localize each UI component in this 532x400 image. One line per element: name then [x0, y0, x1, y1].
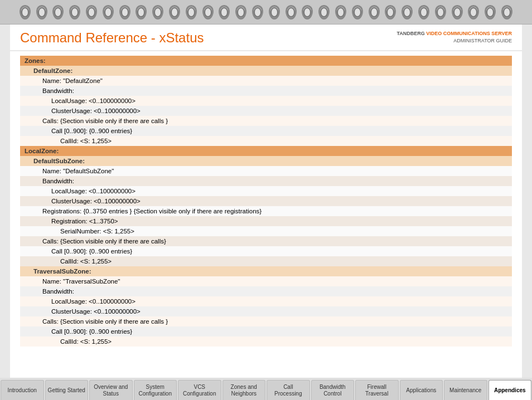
bottom-tab-firewall-traversal[interactable]: Firewall Traversal	[355, 380, 399, 400]
ring	[418, 5, 429, 19]
bottom-tab-bandwidth-control[interactable]: Bandwidth Control	[311, 380, 355, 400]
bottom-tab-vcs-configuration[interactable]: VCS Configuration	[178, 380, 221, 400]
table-cell: ClusterUsage: <0..100000000>	[20, 306, 512, 316]
ring	[69, 5, 80, 19]
ring	[286, 5, 297, 19]
ring	[435, 5, 446, 19]
table-row: Bandwidth:	[20, 286, 512, 296]
ring	[501, 5, 512, 19]
ring	[169, 5, 180, 19]
rings-bar	[0, 0, 532, 25]
table-row: LocalUsage: <0..100000000>	[20, 96, 512, 106]
content-area: Zones:DefaultZone:Name: "DefaultZone"Ban…	[10, 51, 522, 378]
table-cell: SerialNumber: <S: 1,255>	[20, 226, 512, 236]
table-row: Call [0..900]: {0..900 entries}	[20, 246, 512, 256]
table-row: Registration: <1..3750>	[20, 216, 512, 226]
ring	[52, 5, 64, 19]
table-row: LocalUsage: <0..100000000>	[20, 296, 512, 306]
page-title: Command Reference - xStatus	[20, 30, 204, 46]
table-cell: Bandwidth:	[20, 176, 512, 186]
table-cell: ClusterUsage: <0..100000000>	[20, 196, 512, 206]
table-cell: Bandwidth:	[20, 86, 512, 96]
ring	[186, 5, 197, 19]
table-row: Name: "TraversalSubZone"	[20, 276, 512, 286]
brand-guide: ADMINISTRATOR GUIDE	[396, 37, 512, 45]
ring	[452, 5, 463, 19]
table-cell: Bandwidth:	[20, 286, 512, 296]
table-row: Bandwidth:	[20, 86, 512, 96]
bottom-tab-applications[interactable]: Applications	[400, 380, 443, 400]
ring	[136, 5, 147, 19]
table-row: TraversalSubZone:	[20, 266, 512, 276]
table-cell: Name: "DefaultZone"	[20, 76, 512, 86]
ring	[103, 5, 114, 19]
bottom-tab-maintenance[interactable]: Maintenance	[444, 380, 487, 400]
brand-line: TANDBERG VIDEO COMMUNICATIONS SERVER	[396, 30, 512, 37]
bottom-tab-call-processing[interactable]: Call Processing	[267, 380, 310, 400]
table-row: LocalUsage: <0..100000000>	[20, 186, 512, 196]
table-cell: LocalZone:	[20, 146, 512, 156]
bottom-tab-zones-and-neighbors[interactable]: Zones and Neighbors	[223, 380, 266, 400]
bottom-bar: IntroductionGetting StartedOverview and …	[0, 378, 532, 400]
table-row: Call [0..900]: {0..900 entries}	[20, 126, 512, 136]
table-cell: CallId: <S: 1,255>	[20, 336, 512, 347]
table-cell: DefaultSubZone:	[20, 156, 512, 166]
table-row: Registrations: {0..3750 entries } {Secti…	[20, 206, 512, 216]
table-cell: ClusterUsage: <0..100000000>	[20, 106, 512, 116]
table-cell: TraversalSubZone:	[20, 266, 512, 276]
table-row: LocalZone:	[20, 146, 512, 156]
table-cell: CallId: <S: 1,255>	[20, 136, 512, 146]
table-row: Call [0..900]: {0..900 entries}	[20, 326, 512, 336]
ring	[119, 5, 130, 19]
table-cell: Calls: {Section visible only if there ar…	[20, 116, 512, 126]
brand-vcs: VIDEO COMMUNICATIONS SERVER	[426, 31, 512, 36]
bottom-tab-introduction[interactable]: Introduction	[1, 380, 44, 400]
bottom-tab-system-configuration[interactable]: System Configuration	[134, 380, 177, 400]
ring	[235, 5, 246, 19]
ring	[302, 5, 313, 19]
header-logo-area: TANDBERG VIDEO COMMUNICATIONS SERVER ADM…	[396, 30, 512, 44]
ring	[369, 5, 380, 19]
table-row: DefaultSubZone:	[20, 156, 512, 166]
ring	[202, 5, 214, 19]
ring	[352, 5, 363, 19]
table-row: ClusterUsage: <0..100000000>	[20, 196, 512, 206]
ring	[252, 5, 263, 19]
page-wrapper: Command Reference - xStatus TANDBERG VID…	[10, 25, 522, 378]
table-cell: Name: "TraversalSubZone"	[20, 276, 512, 286]
ring	[335, 5, 346, 19]
table-row: Bandwidth:	[20, 176, 512, 186]
ring	[152, 5, 163, 19]
table-row: CallId: <S: 1,255>	[20, 256, 512, 266]
table-cell: LocalUsage: <0..100000000>	[20, 296, 512, 306]
table-cell: Calls: {Section visible only if there ar…	[20, 236, 512, 246]
bottom-tab-appendices[interactable]: Appendices	[489, 380, 532, 400]
ring	[402, 5, 413, 19]
table-cell: Zones:	[20, 56, 512, 66]
table-row: ClusterUsage: <0..100000000>	[20, 306, 512, 316]
table-cell: Call [0..900]: {0..900 entries}	[20, 246, 512, 256]
data-table: Zones:DefaultZone:Name: "DefaultZone"Ban…	[20, 56, 512, 347]
table-row: CallId: <S: 1,255>	[20, 336, 512, 347]
table-row: DefaultZone:	[20, 66, 512, 76]
bottom-tab-getting-started[interactable]: Getting Started	[45, 380, 89, 400]
table-row: CallId: <S: 1,255>	[20, 136, 512, 146]
table-cell: Calls: {Section visible only if there ar…	[20, 316, 512, 326]
table-row: Zones:	[20, 56, 512, 66]
page-header: Command Reference - xStatus TANDBERG VID…	[10, 25, 522, 51]
bottom-tab-overview-and-status[interactable]: Overview and Status	[89, 380, 133, 400]
table-row: Calls: {Section visible only if there ar…	[20, 236, 512, 246]
ring	[318, 5, 330, 19]
ring	[20, 5, 31, 19]
table-row: SerialNumber: <S: 1,255>	[20, 226, 512, 236]
table-cell: CallId: <S: 1,255>	[20, 256, 512, 266]
table-row: Name: "DefaultZone"	[20, 76, 512, 86]
ring	[385, 5, 396, 19]
table-cell: LocalUsage: <0..100000000>	[20, 186, 512, 196]
table-row: ClusterUsage: <0..100000000>	[20, 106, 512, 116]
table-cell: Registration: <1..3750>	[20, 216, 512, 226]
table-cell: DefaultZone:	[20, 66, 512, 76]
brand-tandberg: TANDBERG	[396, 31, 424, 36]
table-row: Calls: {Section visible only if there ar…	[20, 316, 512, 326]
table-row: Calls: {Section visible only if there ar…	[20, 116, 512, 126]
